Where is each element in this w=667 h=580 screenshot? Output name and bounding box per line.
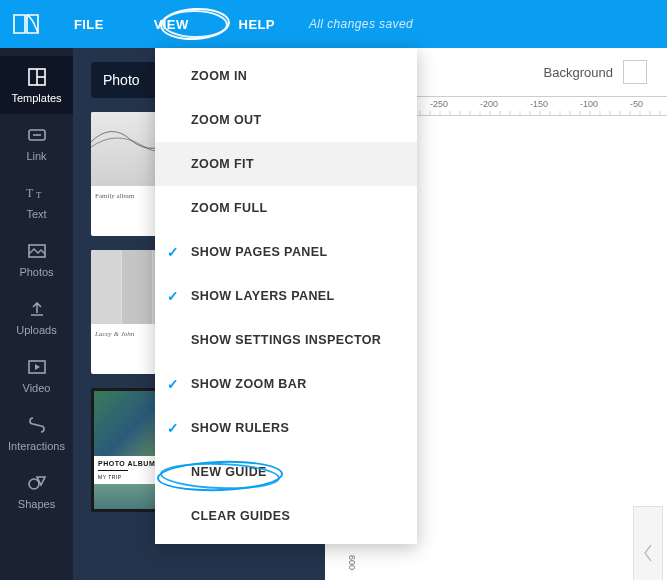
menu-item-label: SHOW RULERS	[191, 421, 289, 435]
sidebar-item-label: Text	[26, 208, 46, 220]
sidebar-item-photos[interactable]: Photos	[0, 230, 73, 288]
sidebar-item-label: Shapes	[18, 498, 55, 510]
check-icon: ✓	[165, 376, 181, 392]
menu-item-label: CLEAR GUIDES	[191, 509, 290, 523]
templates-icon	[26, 66, 48, 88]
vertical-ruler-tick: 600	[337, 538, 357, 580]
menu-show-settings[interactable]: SHOW SETTINGS INSPECTOR	[155, 318, 417, 362]
background-label: Background	[544, 65, 613, 80]
menu-item-label: SHOW SETTINGS INSPECTOR	[191, 333, 381, 347]
sidebar-item-link[interactable]: Link	[0, 114, 73, 172]
sidebar-item-video[interactable]: Video	[0, 346, 73, 404]
menu-item-label: ZOOM FIT	[191, 157, 254, 171]
menu-show-pages[interactable]: ✓SHOW PAGES PANEL	[155, 230, 417, 274]
interactions-icon	[26, 414, 48, 436]
view-dropdown-menu: ZOOM IN ZOOM OUT ZOOM FIT ZOOM FULL ✓SHO…	[155, 48, 417, 544]
sidebar-item-label: Interactions	[8, 440, 65, 452]
svg-text:T: T	[36, 190, 42, 200]
menu-help[interactable]: HELP	[223, 11, 291, 38]
menu-item-label: ZOOM IN	[191, 69, 247, 83]
check-icon: ✓	[165, 244, 181, 260]
menu-zoom-in[interactable]: ZOOM IN	[155, 54, 417, 98]
menu-clear-guides[interactable]: CLEAR GUIDES	[155, 494, 417, 538]
svg-text:T: T	[26, 186, 34, 200]
text-icon: TT	[26, 182, 48, 204]
menu-item-label: SHOW LAYERS PANEL	[191, 289, 335, 303]
menu-item-label: ZOOM OUT	[191, 113, 262, 127]
sidebar-item-label: Photos	[19, 266, 53, 278]
menu-zoom-full[interactable]: ZOOM FULL	[155, 186, 417, 230]
menu-item-label: SHOW ZOOM BAR	[191, 377, 307, 391]
menu-show-layers[interactable]: ✓SHOW LAYERS PANEL	[155, 274, 417, 318]
menu-show-rulers[interactable]: ✓SHOW RULERS	[155, 406, 417, 450]
menu-item-label: SHOW PAGES PANEL	[191, 245, 328, 259]
check-icon: ✓	[165, 420, 181, 436]
svg-point-9	[29, 479, 39, 489]
shapes-icon	[26, 472, 48, 494]
check-icon: ✓	[165, 288, 181, 304]
sidebar-item-label: Templates	[11, 92, 61, 104]
menu-zoom-out[interactable]: ZOOM OUT	[155, 98, 417, 142]
photos-icon	[26, 240, 48, 262]
background-color-swatch[interactable]	[623, 60, 647, 84]
sidebar-item-shapes[interactable]: Shapes	[0, 462, 73, 520]
app-logo-icon	[12, 13, 40, 35]
menu-item-label: NEW GUIDE	[191, 465, 267, 479]
top-menubar: FILE VIEW HELP All changes saved	[0, 0, 667, 48]
menu-show-zoombar[interactable]: ✓SHOW ZOOM BAR	[155, 362, 417, 406]
sidebar-item-interactions[interactable]: Interactions	[0, 404, 73, 462]
menu-file[interactable]: FILE	[58, 11, 120, 38]
link-icon	[26, 124, 48, 146]
video-icon	[26, 356, 48, 378]
sidebar-item-uploads[interactable]: Uploads	[0, 288, 73, 346]
sidebar-item-templates[interactable]: Templates	[0, 56, 73, 114]
uploads-icon	[26, 298, 48, 320]
sidebar-item-text[interactable]: TT Text	[0, 172, 73, 230]
menu-item-label: ZOOM FULL	[191, 201, 268, 215]
sidebar-item-label: Video	[23, 382, 51, 394]
chevron-left-icon[interactable]	[633, 506, 663, 580]
left-sidebar: Templates Link TT Text Photos Uploads Vi…	[0, 48, 73, 580]
menu-view[interactable]: VIEW	[138, 11, 205, 38]
sidebar-item-label: Link	[26, 150, 46, 162]
menu-zoom-fit[interactable]: ZOOM FIT	[155, 142, 417, 186]
sidebar-item-label: Uploads	[16, 324, 56, 336]
menu-new-guide[interactable]: NEW GUIDE	[155, 450, 417, 494]
save-status: All changes saved	[309, 17, 413, 31]
